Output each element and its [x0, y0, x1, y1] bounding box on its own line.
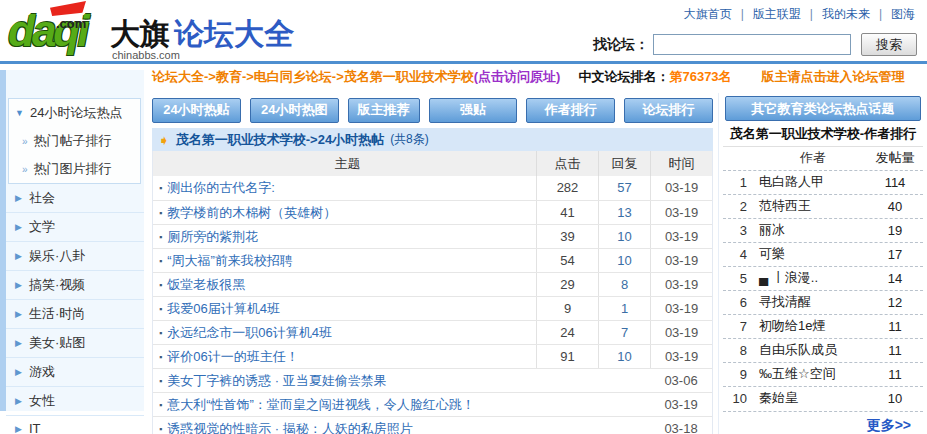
more-authors-link[interactable]: 更多>> [723, 411, 923, 433]
author-post-count: 11 [867, 319, 923, 334]
sidebar-category-item[interactable]: ▶ 美女·贴图 [6, 329, 144, 358]
sidebar-subitem[interactable]: » 热门图片排行 [9, 155, 140, 183]
tab-button[interactable]: 论坛排行 [624, 98, 713, 123]
author-name-link[interactable]: 自由乐队成员 [753, 341, 867, 359]
author-name-link[interactable]: 初吻给1e煙 [753, 317, 867, 335]
author-name-link[interactable]: 可樂 [753, 245, 867, 263]
search-button[interactable]: 搜索 [861, 33, 917, 56]
topic-link[interactable]: 测出你的古代名字: [167, 180, 275, 195]
header-author: 作者 [753, 149, 867, 167]
sidebar-category-item[interactable]: ▶ 社会 [6, 184, 144, 213]
topic-link[interactable]: “周大福”前来我校招聘 [167, 253, 293, 268]
date-cell: 03-19 [650, 297, 712, 320]
author-ranking-title: 茂名第一职业技术学校-作者排行 [723, 124, 923, 146]
tab-button[interactable]: 24小时热贴 [152, 98, 241, 123]
sidebar-category-item[interactable]: ▶ 女性 [6, 387, 144, 416]
sidebar-category-item[interactable]: ▶ 搞笑·视频 [6, 271, 144, 300]
sidebar-category-item[interactable]: ▶ 生活·时尚 [6, 300, 144, 329]
other-education-topics-button[interactable]: 其它教育类论坛热点话题 [725, 96, 921, 121]
author-name-link[interactable]: 寻找清醒 [753, 293, 867, 311]
clicks-cell: 24 [536, 321, 598, 344]
author-row: 8 自由乐队成员 11 [723, 338, 923, 362]
chevron-right-icon: ▶ [15, 338, 22, 348]
table-row: ▪评价06计一的班主任！ 91 10 03-19 [153, 344, 712, 368]
sidebar-category-label: 生活·时尚 [29, 305, 85, 323]
author-rank: 3 [723, 223, 753, 238]
sidebar-category-label: 女性 [29, 392, 55, 410]
search-input[interactable] [653, 34, 851, 55]
author-rank: 5 [723, 271, 753, 286]
sidebar-category-label: IT [29, 421, 41, 434]
sidebar-category-item[interactable]: ▶ 文学 [6, 213, 144, 242]
sidebar-item-24h-hotspot[interactable]: ▼ 24小时论坛热点 [9, 99, 140, 127]
tab-button[interactable]: 强贴 [429, 98, 518, 123]
topic-link[interactable]: 饭堂老板很黑 [167, 277, 245, 292]
brand-subdomain: chinabbs.com [112, 49, 180, 61]
topic-link[interactable]: 永远纪念市一职06计算机4班 [167, 325, 332, 340]
author-rank: 6 [723, 295, 753, 310]
sidebar-category-item[interactable]: ▶ 游戏 [6, 358, 144, 387]
right-panel: 其它教育类论坛热点话题 茂名第一职业技术学校-作者排行 作者 发帖量 1 电白路… [718, 93, 927, 434]
author-post-count: 11 [867, 367, 923, 382]
author-post-count: 17 [867, 247, 923, 262]
bullet-icon: ▪ [159, 376, 162, 386]
bullet-icon: ▪ [159, 208, 162, 218]
nav-link[interactable]: 图海 [870, 7, 915, 21]
chevron-right-icon: ▶ [15, 193, 22, 203]
content: ▼ 24小时论坛热点 » 热门帖子排行 » 热门图片排行 [0, 93, 927, 434]
topic-link[interactable]: 厕所旁的紫荆花 [167, 229, 258, 244]
admin-login-link[interactable]: 版主请点击进入论坛管理 [762, 68, 905, 86]
author-name-link[interactable]: 范特西王 [753, 197, 867, 215]
clicks-cell: 41 [536, 201, 598, 224]
breadcrumb-path[interactable]: 论坛大全->教育->电白同乡论坛->茂名第一职业技术学校 [152, 68, 474, 86]
sidebar-hot-section: ▼ 24小时论坛热点 » 热门帖子排行 » 热门图片排行 [8, 98, 141, 184]
chevron-right-icon: ▶ [15, 309, 22, 319]
nav-link[interactable]: 版主联盟 [732, 7, 801, 21]
topic-link[interactable]: 意大利“性首饰”：堂而皇之闯进视线，令人脸红心跳！ [167, 397, 475, 412]
brand-title: 论坛大全 [174, 17, 294, 50]
table-row: ▪意大利“性首饰”：堂而皇之闯进视线，令人脸红心跳！ 03-19 [153, 392, 712, 416]
brand-dotcom: .com [56, 16, 86, 31]
author-name-link[interactable]: 秦始皇 [753, 389, 867, 407]
nav-link[interactable]: 大旗首页 [684, 7, 732, 21]
date-cell: 03-19 [650, 321, 712, 344]
tab-button[interactable]: 作者排行 [526, 98, 615, 123]
table-row: ▪饭堂老板很黑 29 8 03-19 [153, 272, 712, 296]
list-marker-icon: » [22, 136, 28, 147]
sidebar-category-item[interactable]: ▶ IT [6, 416, 144, 434]
list-marker-icon: » [22, 164, 28, 175]
sidebar-category-item[interactable]: ▶ 娱乐·八卦 [6, 242, 144, 271]
daqi-logo[interactable]: daqi .com 大旗论坛大全 chinabbs.com [6, 0, 306, 62]
brand-cn-text: 大旗 [110, 17, 170, 50]
author-name-link[interactable]: ‰五维☆空间 [753, 365, 867, 383]
topic-link[interactable]: 我爱06届计算机4班 [167, 301, 280, 316]
topic-link[interactable]: 评价06计一的班主任！ [167, 349, 298, 364]
author-rank: 1 [723, 175, 753, 190]
author-name-link[interactable]: 丽冰 [753, 221, 867, 239]
bullet-icon: ▪ [159, 304, 162, 314]
section-title: 茂名第一职业技术学校->24小时热帖 [176, 131, 384, 149]
bullet-icon: ▪ [159, 424, 162, 434]
search-label: 找论坛： [593, 36, 649, 54]
topic-link[interactable]: 教学楼前的木棉树（英雄树） [167, 205, 336, 220]
author-row: 1 电白路人甲 114 [723, 170, 923, 194]
table-header-row: 主题 点击 回复 时间 [153, 151, 712, 176]
replies-cell: 57 [598, 176, 650, 200]
table-row: ▪我爱06届计算机4班 9 1 03-19 [153, 296, 712, 320]
sidebar-subitem[interactable]: » 热门帖子排行 [9, 127, 140, 155]
tab-button[interactable]: 24小时热图 [250, 98, 339, 123]
clicks-cell: 282 [536, 176, 598, 200]
author-post-count: 19 [867, 223, 923, 238]
sidebar-hot-label: 24小时论坛热点 [30, 104, 122, 122]
author-row: 4 可樂 17 [723, 242, 923, 266]
visit-origin-link[interactable]: (点击访问原址) [474, 68, 561, 86]
bullet-icon: ▪ [159, 328, 162, 338]
topic-link[interactable]: 诱惑视觉的性暗示 · 揭秘：人妖的私房照片 [167, 421, 413, 434]
nav-link[interactable]: 我的未来 [801, 7, 870, 21]
section-title-bar: ➧ 茂名第一职业技术学校->24小时热帖 (共8条) [152, 128, 713, 151]
author-name-link[interactable]: 电白路人甲 [753, 173, 867, 191]
date-cell: 03-18 [650, 417, 712, 434]
tab-button[interactable]: 版主推荐 [348, 98, 420, 123]
author-name-link[interactable]: ▄ 〡浪漫.. [753, 269, 867, 287]
topic-link[interactable]: 美女丁字裤的诱惑 · 亚当夏娃偷尝禁果 [167, 373, 387, 388]
